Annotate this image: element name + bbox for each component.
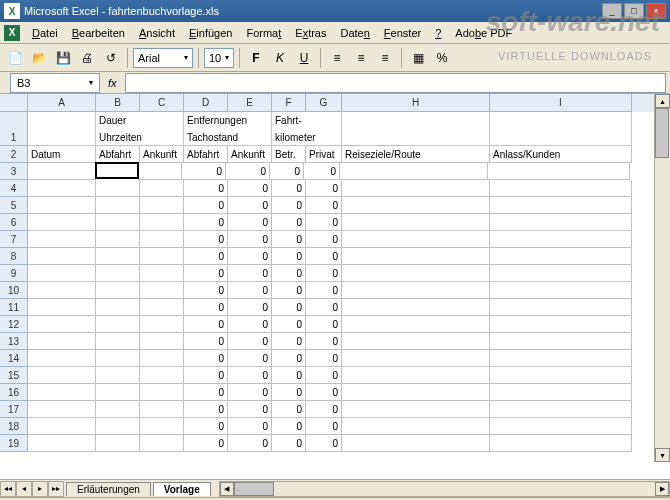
cell-G4[interactable]: 0 [306, 180, 342, 197]
header-entfernungen[interactable]: Entfernungen [184, 112, 272, 129]
cell-G6[interactable]: 0 [306, 214, 342, 231]
cell-i1b[interactable] [490, 129, 632, 146]
cell-B19[interactable] [96, 435, 140, 452]
cell-H6[interactable] [342, 214, 490, 231]
horizontal-scrollbar[interactable]: ◀ ▶ [219, 481, 670, 497]
cell-C5[interactable] [140, 197, 184, 214]
row-header-17[interactable]: 17 [0, 401, 28, 418]
cell-G18[interactable]: 0 [306, 418, 342, 435]
active-cell[interactable] [95, 162, 139, 179]
cell-G11[interactable]: 0 [306, 299, 342, 316]
cell-I13[interactable] [490, 333, 632, 350]
header-anlass[interactable]: Anlass/Kunden [490, 146, 632, 163]
cell-C7[interactable] [140, 231, 184, 248]
row-header-5[interactable]: 5 [0, 197, 28, 214]
cell-C11[interactable] [140, 299, 184, 316]
header-privat[interactable]: Privat [306, 146, 342, 163]
formula-bar[interactable] [125, 73, 666, 93]
tab-nav-first[interactable]: ◂◂ [0, 481, 16, 497]
header-ankunft2[interactable]: Ankunft [228, 146, 272, 163]
cell-E12[interactable]: 0 [228, 316, 272, 333]
scroll-up-button[interactable]: ▲ [655, 94, 670, 108]
column-header-H[interactable]: H [342, 94, 490, 112]
cell-D7[interactable]: 0 [184, 231, 228, 248]
column-header-B[interactable]: B [96, 94, 140, 112]
cell-E15[interactable]: 0 [228, 367, 272, 384]
row-header-11[interactable]: 11 [0, 299, 28, 316]
cell-A3[interactable] [28, 163, 96, 180]
cell-C4[interactable] [140, 180, 184, 197]
cell-H11[interactable] [342, 299, 490, 316]
menu-datei[interactable]: Datei [26, 25, 64, 41]
row-header-6[interactable]: 6 [0, 214, 28, 231]
cell-C12[interactable] [140, 316, 184, 333]
cell-F5[interactable]: 0 [272, 197, 306, 214]
cell-A15[interactable] [28, 367, 96, 384]
cell-A8[interactable] [28, 248, 96, 265]
align-center-button[interactable]: ≡ [350, 47, 372, 69]
cell-E6[interactable]: 0 [228, 214, 272, 231]
vertical-scrollbar[interactable]: ▲ ▼ [654, 94, 670, 462]
cell-B10[interactable] [96, 282, 140, 299]
cell-D12[interactable]: 0 [184, 316, 228, 333]
menu-extras[interactable]: Extras [289, 25, 332, 41]
cell-F12[interactable]: 0 [272, 316, 306, 333]
row-header-15[interactable]: 15 [0, 367, 28, 384]
cell-H17[interactable] [342, 401, 490, 418]
cell-A9[interactable] [28, 265, 96, 282]
cell-G16[interactable]: 0 [306, 384, 342, 401]
scroll-down-button[interactable]: ▼ [655, 448, 670, 462]
menu-bearbeiten[interactable]: Bearbeiten [66, 25, 131, 41]
cell-B9[interactable] [96, 265, 140, 282]
cell-F16[interactable]: 0 [272, 384, 306, 401]
maximize-button[interactable]: □ [624, 3, 644, 19]
cell-G5[interactable]: 0 [306, 197, 342, 214]
cell-A18[interactable] [28, 418, 96, 435]
cell-F14[interactable]: 0 [272, 350, 306, 367]
cell-H5[interactable] [342, 197, 490, 214]
cell-D13[interactable]: 0 [184, 333, 228, 350]
row-header-4[interactable]: 4 [0, 180, 28, 197]
cell-G9[interactable]: 0 [306, 265, 342, 282]
align-left-button[interactable]: ≡ [326, 47, 348, 69]
cell-A14[interactable] [28, 350, 96, 367]
sheet-tab-vorlage[interactable]: Vorlage [153, 482, 211, 496]
cell-B12[interactable] [96, 316, 140, 333]
cell-H7[interactable] [342, 231, 490, 248]
cell-A7[interactable] [28, 231, 96, 248]
cell-D5[interactable]: 0 [184, 197, 228, 214]
cell-B15[interactable] [96, 367, 140, 384]
cell-B11[interactable] [96, 299, 140, 316]
cell-D6[interactable]: 0 [184, 214, 228, 231]
scroll-left-button[interactable]: ◀ [220, 482, 234, 496]
cell-D15[interactable]: 0 [184, 367, 228, 384]
cell-I11[interactable] [490, 299, 632, 316]
cell-I10[interactable] [490, 282, 632, 299]
header-abfahrt2[interactable]: Abfahrt [184, 146, 228, 163]
cell-F18[interactable]: 0 [272, 418, 306, 435]
row-header-8[interactable]: 8 [0, 248, 28, 265]
cell-I4[interactable] [490, 180, 632, 197]
column-header-G[interactable]: G [306, 94, 342, 112]
cell-E10[interactable]: 0 [228, 282, 272, 299]
minimize-button[interactable]: _ [602, 3, 622, 19]
cell-H14[interactable] [342, 350, 490, 367]
tab-nav-last[interactable]: ▸▸ [48, 481, 64, 497]
cell-E7[interactable]: 0 [228, 231, 272, 248]
header-datum[interactable]: Datum [28, 146, 96, 163]
menu-adobe[interactable]: Adobe PDF [449, 25, 518, 41]
cell-E16[interactable]: 0 [228, 384, 272, 401]
row-header-13[interactable]: 13 [0, 333, 28, 350]
cell-C9[interactable] [140, 265, 184, 282]
cell-E18[interactable]: 0 [228, 418, 272, 435]
cell-a1b[interactable] [28, 129, 96, 146]
cell-H15[interactable] [342, 367, 490, 384]
cell-G17[interactable]: 0 [306, 401, 342, 418]
cell-F7[interactable]: 0 [272, 231, 306, 248]
header-abfahrt1[interactable]: Abfahrt [96, 146, 140, 163]
row-header-3[interactable]: 3 [0, 163, 28, 180]
cell-D4[interactable]: 0 [184, 180, 228, 197]
cell-E19[interactable]: 0 [228, 435, 272, 452]
align-right-button[interactable]: ≡ [374, 47, 396, 69]
header-kilometer[interactable]: kilometer [272, 129, 342, 146]
